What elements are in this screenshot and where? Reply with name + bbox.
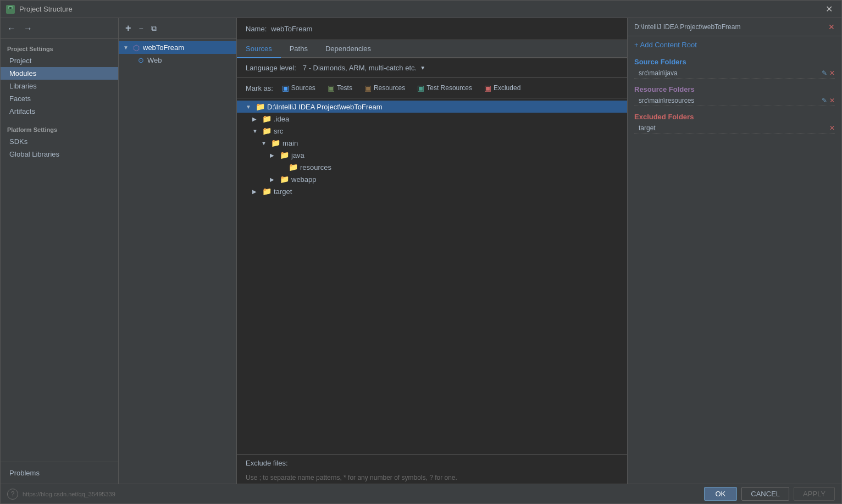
mark-tests-button[interactable]: ▣ Tests [324, 82, 356, 93]
rp-close-button[interactable]: ✕ [828, 23, 835, 31]
forward-button[interactable]: → [21, 23, 35, 35]
tree-item-webtoFream[interactable]: ▼ ⬡ webToFream [119, 41, 236, 54]
ft-main[interactable]: ▼ 📁 main [237, 137, 627, 149]
add-content-root-button[interactable]: + Add Content Root [628, 36, 841, 53]
project-structure-window: Project Structure ✕ ← → Project Settings… [0, 0, 842, 504]
src-label: src [274, 127, 283, 135]
sidebar-item-modules[interactable]: Modules [1, 67, 118, 80]
copy-module-button[interactable]: ⧉ [149, 23, 159, 34]
mark-test-resources-button[interactable]: ▣ Test Resources [414, 82, 475, 93]
bottom-bar: ? https://blog.csdn.net/qq_35495339 OK C… [1, 484, 841, 503]
root-path-label: D:\IntelliJ IDEA Project\webToFream [267, 103, 383, 111]
exclude-hint: Use ; to separate name patterns, * for a… [237, 472, 627, 484]
language-select[interactable]: 7 - Diamonds, ARM, multi-catch etc. ▼ [303, 64, 425, 72]
sidebar-nav: Project Settings Project Modules Librari… [1, 39, 118, 462]
webapp-label: webapp [291, 175, 317, 184]
source-folders-section: Source Folders src\main\java ✎ ✕ [628, 53, 841, 81]
sidebar-item-facets[interactable]: Facets [1, 92, 118, 105]
source-folder-actions: ✎ ✕ [822, 69, 835, 77]
language-value: 7 - Diamonds, ARM, multi-catch etc. [303, 64, 417, 72]
language-label: Language level: [246, 64, 296, 72]
webapp-folder-icon: 📁 [280, 175, 289, 184]
target-folder-icon: 📁 [262, 187, 272, 196]
excluded-folder-entry: target ✕ [634, 123, 835, 134]
resource-folders-title: Resource Folders [634, 85, 835, 93]
module-icon: ⬡ [132, 44, 141, 52]
add-module-button[interactable]: + [123, 21, 134, 35]
sidebar-item-sdks[interactable]: SDKs [1, 135, 118, 148]
tree-expand-arrow: ▼ [123, 45, 130, 51]
project-settings-sidebar: ← → Project Settings Project Modules Lib… [1, 18, 119, 484]
source-folders-title: Source Folders [634, 58, 835, 66]
tests-icon: ▣ [328, 84, 335, 92]
module-tree: ▼ ⬡ webToFream ⊙ Web [119, 39, 236, 484]
right-panel: D:\IntelliJ IDEA Project\webToFream ✕ + … [627, 18, 841, 484]
main-label: main [282, 139, 298, 147]
web-item-label: Web [147, 56, 162, 64]
sidebar-item-libraries[interactable]: Libraries [1, 80, 118, 92]
test-resources-icon: ▣ [417, 84, 424, 92]
ft-resources[interactable]: 📁 resources [237, 161, 627, 173]
help-button[interactable]: ? [7, 489, 18, 500]
sidebar-item-global-libraries[interactable]: Global Libraries [1, 148, 118, 160]
excluded-folder-path: target [639, 124, 656, 132]
ft-src[interactable]: ▼ 📁 src [237, 125, 627, 137]
source-folder-entry: src\main\java ✎ ✕ [634, 68, 835, 79]
back-button[interactable]: ← [5, 23, 18, 35]
tab-paths[interactable]: Paths [281, 40, 317, 58]
mark-resources-label: Resources [374, 84, 405, 92]
tab-sources[interactable]: Sources [237, 40, 281, 58]
apply-button[interactable]: APPLY [794, 487, 835, 501]
source-folder-edit-button[interactable]: ✎ [822, 69, 827, 77]
source-folder-delete-button[interactable]: ✕ [829, 69, 835, 77]
target-label: target [274, 187, 292, 196]
exclude-label: Exclude files: [246, 459, 288, 467]
resource-folder-path: src\main\resources [639, 97, 694, 104]
resource-folder-delete-button[interactable]: ✕ [829, 97, 835, 104]
ft-root[interactable]: ▼ 📁 D:\IntelliJ IDEA Project\webToFream [237, 101, 627, 113]
root-expand-arrow: ▼ [246, 104, 253, 110]
java-folder-icon: 📁 [280, 151, 289, 159]
tabs-bar: Sources Paths Dependencies [237, 40, 627, 58]
remove-module-button[interactable]: − [137, 23, 146, 34]
main-content: ← → Project Settings Project Modules Lib… [1, 18, 841, 484]
sidebar-item-project[interactable]: Project [1, 54, 118, 67]
root-folder-icon: 📁 [256, 102, 265, 111]
tab-dependencies[interactable]: Dependencies [317, 40, 380, 58]
rp-path-label: D:\IntelliJ IDEA Project\webToFream [634, 23, 740, 31]
sidebar-item-artifacts[interactable]: Artifacts [1, 105, 118, 118]
resource-folders-section: Resource Folders src\main\resources ✎ ✕ [628, 81, 841, 108]
svg-rect-2 [9, 7, 12, 9]
idea-folder-icon: 📁 [262, 114, 272, 123]
title-bar: Project Structure ✕ [1, 1, 841, 18]
mark-sources-button[interactable]: ▣ Sources [279, 82, 319, 93]
ok-button[interactable]: OK [704, 487, 738, 501]
ft-webapp[interactable]: ▶ 📁 webapp [237, 173, 627, 185]
resources-label: resources [300, 163, 331, 171]
resource-folder-edit-button[interactable]: ✎ [822, 97, 827, 104]
mark-test-resources-label: Test Resources [426, 84, 472, 92]
mark-excluded-button[interactable]: ▣ Excluded [481, 82, 524, 93]
mark-as-row: Mark as: ▣ Sources ▣ Tests ▣ Resources ▣… [237, 78, 627, 98]
tree-item-web[interactable]: ⊙ Web [119, 54, 236, 67]
ft-idea[interactable]: ▶ 📁 .idea [237, 113, 627, 125]
cancel-button[interactable]: CANCEL [741, 487, 789, 501]
src-folder-icon: 📁 [262, 126, 272, 135]
module-toolbar: + − ⧉ [119, 18, 236, 39]
sidebar-item-problems[interactable]: Problems [1, 467, 118, 479]
language-row: Language level: 7 - Diamonds, ARM, multi… [237, 58, 627, 78]
idea-label: .idea [274, 115, 289, 123]
ft-target[interactable]: ▶ 📁 target [237, 185, 627, 197]
mark-sources-label: Sources [291, 84, 315, 92]
target-expand-arrow: ▶ [252, 189, 260, 195]
web-facet-icon: ⊙ [136, 57, 145, 64]
module-name: webToFream [143, 43, 184, 52]
close-button[interactable]: ✕ [822, 3, 836, 15]
ft-java[interactable]: ▶ 📁 java [237, 149, 627, 161]
mark-resources-button[interactable]: ▣ Resources [361, 82, 408, 93]
excluded-folder-delete-button[interactable]: ✕ [829, 124, 835, 132]
excluded-icon: ▣ [484, 84, 491, 92]
content-area: Name: webToFream Sources Paths Dependenc… [237, 18, 627, 484]
platform-settings-header: Platform Settings [1, 123, 118, 135]
resource-folder-entry: src\main\resources ✎ ✕ [634, 96, 835, 106]
